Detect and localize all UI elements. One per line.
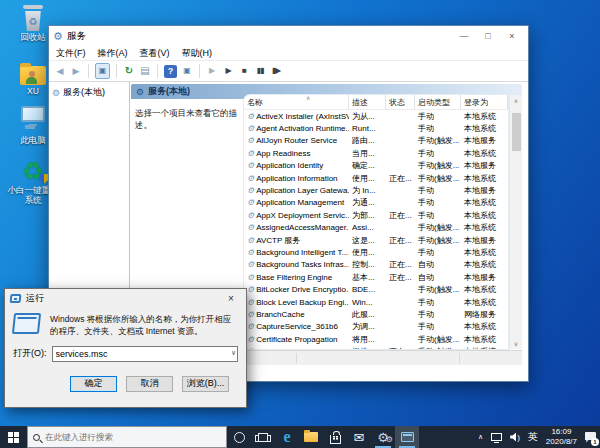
tray-expand-icon[interactable]: ∧ xyxy=(474,426,487,448)
cortana-button[interactable] xyxy=(227,426,251,448)
service-description: 控制... xyxy=(349,259,386,270)
service-startup-type: 手动(触发... xyxy=(415,160,461,171)
service-row[interactable]: Agent Activation Runtime... Runt... 手动 本… xyxy=(244,122,508,134)
menu-view[interactable]: 查看(V) xyxy=(140,47,170,60)
taskbar-search[interactable] xyxy=(27,426,227,448)
open-input[interactable] xyxy=(52,346,239,362)
windows-logo-icon xyxy=(8,432,19,443)
run-dialog-icon xyxy=(12,313,41,334)
menu-action[interactable]: 操作(A) xyxy=(98,47,128,60)
refresh-icon[interactable]: ↻ xyxy=(123,64,135,78)
service-description: 将用... xyxy=(349,334,386,345)
ok-button[interactable]: 确定 xyxy=(70,376,117,392)
service-description: 当用... xyxy=(349,148,386,159)
clock-time: 16:09 xyxy=(551,427,571,436)
cortana-icon xyxy=(234,432,245,443)
mail-button[interactable]: ✉ xyxy=(347,426,371,448)
service-gear-icon xyxy=(247,273,254,282)
service-logon-as: 本地系统 xyxy=(461,123,508,134)
service-gear-icon xyxy=(247,335,254,344)
file-explorer-button[interactable] xyxy=(299,426,323,448)
service-row[interactable]: AVCTP 服务 这是... 正在... 手动(触发... 本地服务 xyxy=(244,234,508,246)
service-startup-type: 自动 xyxy=(415,272,461,283)
maximize-button[interactable]: □ xyxy=(476,27,500,45)
restart-service-icon[interactable]: ▮▶ xyxy=(270,64,282,78)
cancel-button[interactable]: 取消 xyxy=(126,376,173,392)
combo-dropdown-icon[interactable]: ∨ xyxy=(231,349,236,357)
close-button[interactable]: × xyxy=(500,27,524,45)
taskbar-clock[interactable]: 16:09 2020/8/7 xyxy=(542,426,581,448)
service-row[interactable]: CaptureService_361b6 为调... 手动 本地系统 xyxy=(244,321,508,333)
service-row[interactable]: Background Intelligent T... 使用... 手动 本地系… xyxy=(244,246,508,258)
service-gear-icon xyxy=(247,322,254,331)
column-header-logon-as[interactable]: 登录为 xyxy=(461,95,508,109)
scroll-down-icon[interactable]: ∨ xyxy=(514,338,518,349)
service-row[interactable]: Background Tasks Infras... 控制... 正在... 自… xyxy=(244,259,508,271)
action-center-button[interactable]: 1 xyxy=(581,426,600,448)
service-row[interactable]: Certificate Propagation 将用... 手动(触发... 本… xyxy=(244,333,508,345)
column-header-status[interactable]: 状态 xyxy=(386,95,415,109)
service-startup-type: 手动 xyxy=(415,197,461,208)
start-service-icon[interactable]: ▶ xyxy=(206,64,218,78)
help-icon[interactable]: ? xyxy=(164,65,177,78)
minimize-button[interactable]: — xyxy=(452,27,476,45)
service-row[interactable]: Client License Service (C... 提供... 正在...… xyxy=(244,345,508,349)
menu-help[interactable]: 帮助(H) xyxy=(182,47,213,60)
service-startup-type: 手动 xyxy=(415,309,461,320)
service-row[interactable]: Application Information 使用... 正在... 手动(触… xyxy=(244,172,508,184)
service-row[interactable]: Application Management 为通... 手动 本地系统 xyxy=(244,197,508,209)
pause-service-icon[interactable]: ▮▮ xyxy=(254,64,266,78)
menu-file[interactable]: 文件(F) xyxy=(56,47,86,60)
service-row[interactable]: AssignedAccessManager... Assi... 手动(触发..… xyxy=(244,222,508,234)
edge-button[interactable]: e xyxy=(275,426,299,448)
services-taskbar-button[interactable]: ⚙ xyxy=(371,426,395,448)
service-row[interactable]: Base Filtering Engine 基本... 正在... 自动 本地服… xyxy=(244,271,508,283)
service-row[interactable]: Block Level Backup Engi... Win... 手动 本地系… xyxy=(244,296,508,308)
service-gear-icon xyxy=(247,161,254,170)
service-description: Win... xyxy=(349,298,386,307)
export-list-icon[interactable]: ▤ xyxy=(139,64,151,78)
service-logon-as: 本地系统 xyxy=(461,222,508,233)
service-logon-as: 本地系统 xyxy=(461,111,508,122)
service-row[interactable]: ActiveX Installer (AxInstSV) 为从... 手动 本地… xyxy=(244,110,508,122)
column-header-startup-type[interactable]: 启动类型 xyxy=(415,95,461,109)
scroll-up-icon[interactable]: ∧ xyxy=(514,95,518,106)
tree-item-services-local[interactable]: ⚙ 服务(本地) xyxy=(52,86,126,99)
back-icon[interactable]: ◀ xyxy=(54,64,66,78)
column-header-name[interactable]: 名称 xyxy=(244,95,349,109)
task-view-button[interactable] xyxy=(251,426,275,448)
service-logon-as: 本地系统 xyxy=(461,297,508,308)
close-icon[interactable]: × xyxy=(221,293,241,304)
services-gear-icon: ⚙ xyxy=(377,431,389,444)
service-row[interactable]: AllJoyn Router Service 路由... 手动(触发... 本地… xyxy=(244,135,508,147)
scrollbar-thumb[interactable] xyxy=(512,113,521,151)
start-button[interactable] xyxy=(0,426,27,448)
service-row[interactable]: Application Layer Gatewa... 为 In... 手动 本… xyxy=(244,184,508,196)
service-description: 确定... xyxy=(349,160,386,171)
service-row[interactable]: BitLocker Drive Encryptio... BDE... 手动(触… xyxy=(244,283,508,295)
service-row[interactable]: App Readiness 当用... 手动 本地系统 xyxy=(244,147,508,159)
vertical-scrollbar[interactable]: ∧ ∨ xyxy=(509,95,522,349)
show-hide-pane-icon[interactable]: ▣ xyxy=(181,64,193,78)
forward-icon[interactable]: ▶ xyxy=(70,64,82,78)
resume-service-icon[interactable]: ▶ xyxy=(222,64,234,78)
folder-icon xyxy=(304,432,318,442)
ime-indicator[interactable]: 英 xyxy=(524,426,542,448)
stop-service-icon[interactable]: ■ xyxy=(238,64,250,78)
volume-tray-button[interactable]: ) xyxy=(506,426,524,448)
search-input[interactable] xyxy=(45,432,205,442)
service-row[interactable]: Application Identity 确定... 手动(触发... 本地服务 xyxy=(244,160,508,172)
show-console-tree-icon[interactable]: ▣ xyxy=(95,63,110,79)
services-node-icon: ⚙ xyxy=(136,87,144,97)
browse-button[interactable]: 浏览(B)... xyxy=(182,376,229,392)
service-row[interactable]: AppX Deployment Servic... 为部... 正在... 手动… xyxy=(244,209,508,221)
service-description: 基本... xyxy=(349,272,386,283)
service-status: 正在... xyxy=(386,259,415,270)
run-taskbar-button[interactable] xyxy=(395,426,419,448)
column-header-description[interactable]: 描述 xyxy=(349,95,386,109)
service-description: 使用... xyxy=(349,173,386,184)
service-gear-icon xyxy=(247,223,254,232)
store-button[interactable] xyxy=(323,426,347,448)
network-tray-button[interactable] xyxy=(487,426,506,448)
service-row[interactable]: BranchCache 此服... 手动 网络服务 xyxy=(244,308,508,320)
